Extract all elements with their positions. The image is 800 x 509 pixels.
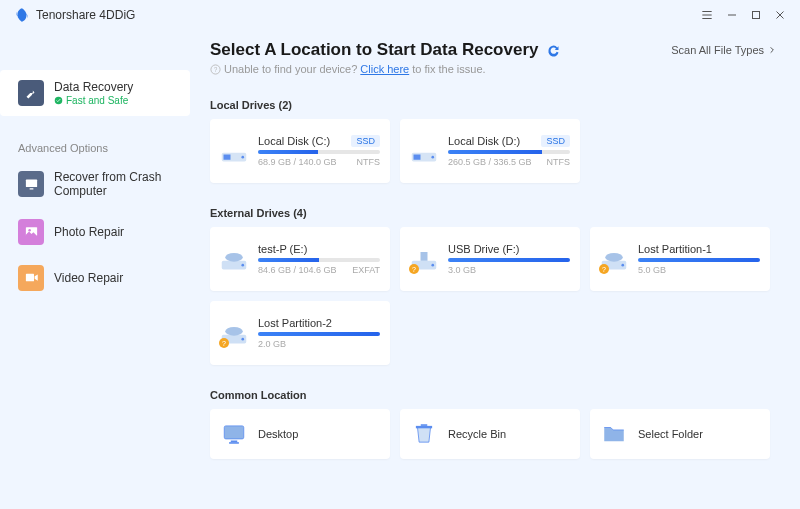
svg-rect-34 — [231, 441, 238, 443]
svg-rect-10 — [224, 155, 231, 160]
usb-drive-icon: ? — [410, 245, 438, 273]
menu-icon[interactable] — [700, 8, 714, 22]
svg-rect-6 — [25, 274, 33, 282]
svg-point-14 — [431, 156, 434, 159]
drive-title: Local Disk (D:) — [448, 135, 520, 147]
svg-rect-0 — [753, 12, 760, 19]
usage-bar — [258, 150, 380, 154]
hdd-icon — [410, 137, 438, 165]
close-icon[interactable] — [774, 9, 786, 21]
main-panel: Select A Location to Start Data Recovery… — [190, 30, 800, 509]
section-common-location: Common Location — [210, 389, 776, 401]
svg-point-20 — [431, 264, 434, 267]
nav-label: Recover from Crash Computer — [54, 170, 176, 199]
drive-size: 84.6 GB / 104.6 GB — [258, 265, 337, 275]
svg-point-25 — [621, 264, 624, 267]
location-title: Desktop — [258, 428, 298, 440]
drive-title: Lost Partition-1 — [638, 243, 712, 255]
usage-bar — [638, 258, 760, 262]
shield-check-icon — [54, 96, 63, 105]
drive-card-f[interactable]: ? USB Drive (F:) 3.0 GB — [400, 227, 580, 291]
svg-rect-19 — [421, 252, 428, 261]
svg-rect-13 — [414, 155, 421, 160]
app-title: Tenorshare 4DDiG — [14, 7, 135, 23]
window-controls — [700, 8, 786, 22]
drive-fs: NTFS — [357, 157, 381, 167]
nav-title: Data Recovery — [54, 80, 133, 94]
maximize-icon[interactable] — [750, 9, 762, 21]
drive-card-lost1[interactable]: ? Lost Partition-1 5.0 GB — [590, 227, 770, 291]
location-title: Recycle Bin — [448, 428, 506, 440]
folder-icon — [600, 420, 628, 448]
monitor-icon — [18, 171, 44, 197]
drive-card-d[interactable]: Local Disk (D:)SSD 260.5 GB / 336.5 GBNT… — [400, 119, 580, 183]
external-drive-icon — [220, 245, 248, 273]
external-drives-list: test-P (E:) 84.6 GB / 104.6 GBEXFAT ? US… — [210, 227, 776, 365]
advanced-options-label: Advanced Options — [0, 116, 190, 160]
sidebar: Data Recovery Fast and Safe Advanced Opt… — [0, 30, 190, 509]
drive-size: 68.9 GB / 140.0 GB — [258, 157, 337, 167]
nav-recover-crash[interactable]: Recover from Crash Computer — [0, 160, 190, 209]
warning-icon: ? — [598, 263, 610, 275]
drive-card-e[interactable]: test-P (E:) 84.6 GB / 104.6 GBEXFAT — [210, 227, 390, 291]
minimize-icon[interactable] — [726, 9, 738, 21]
section-local-drives: Local Drives (2) — [210, 99, 776, 111]
drive-fs: NTFS — [547, 157, 571, 167]
main-header: Select A Location to Start Data Recovery… — [210, 40, 776, 60]
common-location-list: Desktop Recycle Bin Select Folder — [210, 409, 776, 459]
nav-data-recovery[interactable]: Data Recovery Fast and Safe — [0, 70, 190, 116]
location-select-folder[interactable]: Select Folder — [590, 409, 770, 459]
svg-point-5 — [28, 229, 31, 232]
external-drive-icon: ? — [600, 245, 628, 273]
svg-point-30 — [241, 338, 244, 341]
titlebar: Tenorshare 4DDiG — [0, 0, 800, 30]
svg-text:?: ? — [412, 266, 416, 273]
ssd-badge: SSD — [351, 135, 380, 147]
nav-sub: Fast and Safe — [54, 95, 133, 106]
nav-label: Photo Repair — [54, 225, 124, 239]
section-external-drives: External Drives (4) — [210, 207, 776, 219]
drive-card-lost2[interactable]: ? Lost Partition-2 2.0 GB — [210, 301, 390, 365]
question-icon: ? — [210, 64, 221, 75]
nav-label: Video Repair — [54, 271, 123, 285]
svg-point-24 — [605, 253, 623, 262]
drive-size: 2.0 GB — [258, 339, 286, 349]
drive-size: 260.5 GB / 336.5 GB — [448, 157, 532, 167]
desktop-icon — [220, 420, 248, 448]
nav-video-repair[interactable]: Video Repair — [0, 255, 190, 301]
svg-point-17 — [241, 264, 244, 267]
svg-rect-33 — [224, 426, 244, 439]
warning-icon: ? — [408, 263, 420, 275]
hdd-icon — [220, 137, 248, 165]
photo-icon — [18, 219, 44, 245]
svg-text:?: ? — [222, 340, 226, 347]
drive-card-c[interactable]: Local Disk (C:)SSD 68.9 GB / 140.0 GBNTF… — [210, 119, 390, 183]
warning-icon: ? — [218, 337, 230, 349]
usage-bar — [258, 332, 380, 336]
click-here-link[interactable]: Click here — [360, 63, 409, 75]
location-desktop[interactable]: Desktop — [210, 409, 390, 459]
svg-point-11 — [241, 156, 244, 159]
chevron-right-icon — [768, 46, 776, 54]
scan-all-file-types[interactable]: Scan All File Types — [671, 44, 776, 56]
video-icon — [18, 265, 44, 291]
content: Data Recovery Fast and Safe Advanced Opt… — [0, 30, 800, 509]
page-title: Select A Location to Start Data Recovery — [210, 40, 561, 60]
external-drive-icon: ? — [220, 319, 248, 347]
usage-bar — [448, 258, 570, 262]
drive-fs: EXFAT — [352, 265, 380, 275]
wrench-icon — [18, 80, 44, 106]
drive-size: 3.0 GB — [448, 265, 476, 275]
svg-rect-35 — [229, 442, 239, 444]
usage-bar — [448, 150, 570, 154]
drive-title: Local Disk (C:) — [258, 135, 330, 147]
svg-rect-36 — [416, 426, 432, 428]
svg-text:?: ? — [602, 266, 606, 273]
drive-size: 5.0 GB — [638, 265, 666, 275]
nav-photo-repair[interactable]: Photo Repair — [0, 209, 190, 255]
location-recycle-bin[interactable]: Recycle Bin — [400, 409, 580, 459]
svg-point-16 — [225, 253, 243, 262]
app-title-text: Tenorshare 4DDiG — [36, 8, 135, 22]
svg-point-29 — [225, 327, 243, 336]
refresh-icon[interactable] — [546, 43, 561, 58]
